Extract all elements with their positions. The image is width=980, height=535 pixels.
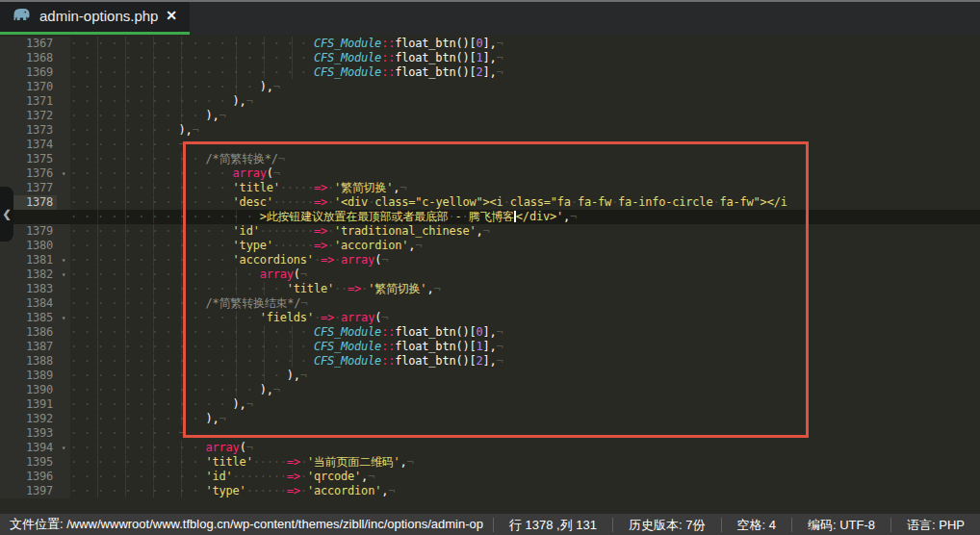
chevron-left-icon: ❮ (2, 208, 11, 220)
code-line: 1372· · · · · · · · · · ),¬ (0, 109, 980, 123)
line-number: 1375 (0, 152, 57, 166)
fold-slot (57, 340, 70, 354)
status-spaces[interactable]: 空格: 4 (721, 518, 791, 532)
line-number: 1376 (0, 166, 57, 181)
code-rows: 1367· · · · · · · · · · · · · · · · · · … (0, 37, 980, 498)
code-line: 1383· · · · · · · · · · · · · · · · 'tit… (0, 282, 980, 296)
line-number: 1386 (0, 325, 57, 340)
line-number: 1389 (0, 369, 57, 383)
code-line: 1387· · · · · · · · · · · · · · · · · · … (0, 340, 980, 354)
code-editor[interactable]: 1367· · · · · · · · · · · · · · · · · · … (0, 35, 980, 513)
fold-slot (57, 224, 70, 239)
fold-slot (57, 412, 70, 426)
line-number: 1393 (0, 426, 57, 441)
code-line: 1369· · · · · · · · · · · · · · · · · · … (0, 65, 980, 80)
line-number: 1368 (0, 51, 57, 65)
fold-slot (57, 109, 70, 123)
line-number: 1384 (0, 296, 57, 311)
code-line: 1377· · · · · · · · · · · · 'title'·····… (0, 181, 980, 195)
code-line: 1367· · · · · · · · · · · · · · · · · · … (0, 37, 980, 51)
line-number: 1373 (0, 123, 57, 138)
line-number: 1390 (0, 383, 57, 397)
fold-slot (57, 397, 70, 412)
code-line: 1384· · · · · · · · · · /*简繁转换结束*/¬ (0, 296, 980, 311)
line-number: 1371 (0, 94, 57, 109)
line-number: 1388 (0, 354, 57, 369)
status-language[interactable]: 语言: PHP (890, 518, 980, 532)
line-number: 1392 (0, 412, 57, 426)
fold-slot (57, 65, 70, 80)
tab-close-icon[interactable]: ✕ (163, 8, 180, 23)
code-line: 1370· · · · · · · · · · · · · · ),¬ (0, 80, 980, 94)
fold-slot (57, 138, 70, 152)
line-number: 1394 (0, 441, 57, 455)
fold-slot (57, 152, 70, 166)
fold-arrow-icon[interactable]: ▾ (57, 253, 70, 268)
code-line: 1374· · · · · · · · ¬ (0, 138, 980, 152)
code-line: 1375· · · · · · · · · · /*简繁转换*/¬ (0, 152, 980, 166)
fold-slot (57, 383, 70, 397)
fold-slot (57, 354, 70, 369)
line-number: 1381 (0, 253, 57, 268)
code-line: 1397· · · · · · · · · · 'type'······=>·'… (0, 484, 980, 498)
code-line: 1394▾· · · · · · · · · · array(¬ (0, 441, 980, 455)
tab-admin-options[interactable]: admin-options.php ✕ (0, 2, 190, 35)
code-line: 1393· · · · · · · · ¬ (0, 426, 980, 441)
fold-slot (57, 80, 70, 94)
line-number: 1369 (0, 65, 57, 80)
fold-slot (57, 282, 70, 296)
line-number: 1395 (0, 455, 57, 470)
code-line: 1373· · · · · · · · ),¬ (0, 123, 980, 138)
fold-slot (57, 325, 70, 340)
fold-slot (57, 51, 70, 65)
code-line: 1382▾· · · · · · · · · · · · · · array(¬ (0, 268, 980, 282)
status-file-location: 文件位置: /www/wwwroot/www.tfblog.cn/wp-cont… (0, 516, 493, 533)
window-top-divider (0, 0, 980, 2)
code-line: 1390· · · · · · · · · · · · · · ),¬ (0, 383, 980, 397)
line-number: 1383 (0, 282, 57, 296)
fold-slot (57, 484, 70, 498)
line-number: 1374 (0, 138, 57, 152)
code-line: 1378· · · · · · · · · · · · 'desc'······… (0, 195, 980, 210)
fold-slot (57, 470, 70, 484)
status-bar: 文件位置: /www/wwwroot/www.tfblog.cn/wp-cont… (0, 513, 980, 535)
fold-slot (57, 455, 70, 470)
code-line: 1376▾· · · · · · · · · · · · array(¬ (0, 166, 980, 181)
code-line: 1396· · · · · · · · · · 'id'········=>·'… (0, 470, 980, 484)
line-number: 1396 (0, 470, 57, 484)
line-number: 1387 (0, 340, 57, 354)
code-line: 1380· · · · · · · · · · · · 'type'······… (0, 239, 980, 253)
line-number: 1372 (0, 109, 57, 123)
fold-slot (57, 181, 70, 195)
fold-arrow-icon[interactable]: ▾ (57, 441, 70, 455)
code-line: 1392· · · · · · · · · · ),¬ (0, 412, 980, 426)
fold-slot (57, 369, 70, 383)
code-line: 1386· · · · · · · · · · · · · · · · · · … (0, 325, 980, 340)
status-history-versions[interactable]: 历史版本: 7份 (612, 518, 720, 532)
line-number: 1397 (0, 484, 57, 498)
fold-slot (57, 210, 70, 224)
code-line: 1381▾· · · · · · · · · · · · 'accordions… (0, 253, 980, 268)
tab-bar: admin-options.php ✕ (0, 0, 980, 35)
code-line: 1389· · · · · · · · · · · · · · · · ),¬ (0, 369, 980, 383)
php-elephant-icon (12, 7, 32, 25)
line-number: 1391 (0, 397, 57, 412)
line-number: 1382 (0, 268, 57, 282)
code-line: 1371· · · · · · · · · · · · ),¬ (0, 94, 980, 109)
fold-arrow-icon[interactable]: ▾ (57, 166, 70, 181)
fold-arrow-icon[interactable]: ▾ (57, 311, 70, 325)
line-number: 1385 (0, 311, 57, 325)
line-number: 1370 (0, 80, 57, 94)
fold-slot (57, 296, 70, 311)
tab-title: admin-options.php (39, 8, 163, 24)
code-line: 1379· · · · · · · · · · · · 'id'········… (0, 224, 980, 239)
status-cursor-position[interactable]: 行 1378 ,列 131 (493, 518, 612, 532)
code-line: · · · · · · · · · · · · · · >此按钮建议放置在最顶部… (0, 210, 980, 224)
sidebar-collapse-handle[interactable]: ❮ (0, 187, 13, 242)
code-line: 1385▾· · · · · · · · · · · · · · 'fields… (0, 311, 980, 325)
line-number: 1367 (0, 37, 57, 51)
fold-slot (57, 426, 70, 441)
fold-arrow-icon[interactable]: ▾ (57, 268, 70, 282)
status-encoding[interactable]: 编码: UTF-8 (791, 518, 890, 532)
fold-slot (57, 239, 70, 253)
